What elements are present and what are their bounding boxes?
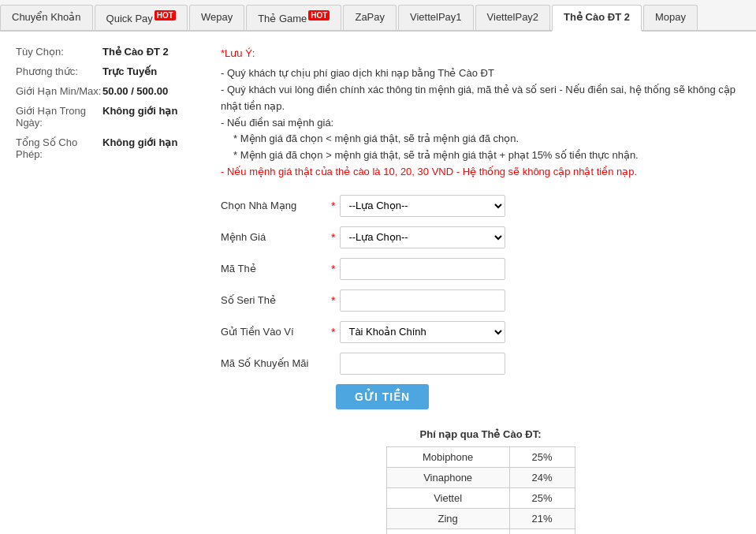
gui-tien-label: Gửi Tiền Vào Ví bbox=[221, 326, 331, 338]
note-section: *Lưu Ý: - Quý khách tự chịu phí giao dịc… bbox=[221, 46, 740, 180]
phuong-thuc-row: Phương thức: Trực Tuyến bbox=[16, 65, 197, 77]
chon-nha-mang-row: Chọn Nhà Mạng * --Lựa Chọn--ViettelMobif… bbox=[221, 195, 740, 217]
menh-gia-required: * bbox=[331, 231, 335, 244]
ma-khuyen-mai-label: Mã Số Khuyến Mãi bbox=[221, 357, 331, 369]
gioi-han-trong-label: Giới Hạn Trong Ngày: bbox=[16, 105, 102, 129]
gioi-han-minmax-row: Giới Hạn Min/Max: 50.00 / 500.00 bbox=[16, 85, 197, 97]
so-seri-input[interactable] bbox=[340, 289, 505, 312]
chon-nha-mang-required: * bbox=[331, 200, 335, 212]
gioi-han-minmax-label: Giới Hạn Min/Max: bbox=[16, 85, 102, 97]
tab-the-game[interactable]: Thẻ GameHOT bbox=[246, 5, 341, 30]
fee-table: Mobiphone25%Vinaphone24%Viettel25%Zing21… bbox=[386, 446, 575, 534]
main-content: Tùy Chọn: Thẻ Cào ĐT 2 Phương thức: Trực… bbox=[0, 32, 756, 534]
phuong-thuc-value: Trực Tuyến bbox=[102, 65, 157, 77]
gui-tien-select[interactable]: Tài Khoản ChínhTài Khoản Khuyến Mãi bbox=[340, 321, 505, 343]
menh-gia-label: Mệnh Giá bbox=[221, 231, 331, 243]
fee-percent: 22% bbox=[509, 528, 575, 534]
tab-the-cao-dt2[interactable]: Thẻ Cào ĐT 2 bbox=[552, 5, 642, 32]
form-section: Chọn Nhà Mạng * --Lựa Chọn--ViettelMobif… bbox=[221, 195, 740, 409]
gioi-han-trong-row: Giới Hạn Trong Ngày: Không giới hạn bbox=[16, 105, 197, 129]
tab-viettelpay2[interactable]: ViettelPay2 bbox=[475, 5, 551, 30]
tuy-chon-label: Tùy Chọn: bbox=[16, 46, 102, 58]
note-line3: - Nếu điền sai mệnh giá: bbox=[221, 115, 740, 132]
fee-row: Vinaphone24% bbox=[386, 467, 575, 487]
chon-nha-mang-select[interactable]: --Lựa Chọn--ViettelMobifoneVinaphoneViet… bbox=[340, 195, 505, 217]
ma-khuyen-mai-row: Mã Số Khuyến Mãi * bbox=[221, 353, 740, 375]
tabs-bar: Chuyển KhoảnQuick PayHOTWepayThẻ GameHOT… bbox=[0, 0, 756, 32]
so-seri-required: * bbox=[331, 294, 335, 307]
submit-button[interactable]: GỬI TIỀN bbox=[336, 384, 429, 409]
fee-provider: Viettel bbox=[386, 487, 509, 508]
so-seri-row: Số Seri Thẻ * bbox=[221, 289, 740, 312]
tab-viettelpay1[interactable]: ViettelPay1 bbox=[398, 5, 474, 30]
ma-the-required: * bbox=[331, 263, 335, 275]
tong-so-row: Tổng Số Cho Phép: Không giới hạn bbox=[16, 136, 197, 160]
hot-badge-quick-pay: HOT bbox=[155, 10, 176, 21]
fee-provider: Mobiphone bbox=[386, 446, 509, 467]
gui-tien-row: Gửi Tiền Vào Ví * Tài Khoản ChínhTài Kho… bbox=[221, 321, 740, 343]
fee-percent: 21% bbox=[509, 508, 575, 528]
fee-row: Vietnamobile22% bbox=[386, 528, 575, 534]
note-line3b: * Mệnh giá đã chọn > mệnh giá thật, sẽ t… bbox=[233, 148, 740, 164]
tab-wepay[interactable]: Wepay bbox=[189, 5, 244, 30]
menh-gia-row: Mệnh Giá * --Lựa Chọn--10,00020,00050,00… bbox=[221, 226, 740, 248]
tuy-chon-value: Thẻ Cào ĐT 2 bbox=[102, 46, 169, 58]
ma-the-input[interactable] bbox=[340, 258, 505, 280]
tab-quick-pay[interactable]: Quick PayHOT bbox=[95, 5, 188, 30]
left-panel: Tùy Chọn: Thẻ Cào ĐT 2 Phương thức: Trực… bbox=[16, 46, 197, 534]
fee-row: Zing21% bbox=[386, 508, 575, 528]
fee-title: Phí nạp qua Thẻ Cào ĐT: bbox=[221, 428, 740, 440]
ma-khuyen-mai-input[interactable] bbox=[340, 353, 505, 375]
tong-so-value: Không giới hạn bbox=[102, 136, 177, 148]
note-line4: - Nếu mệnh giá thật của thẻ cào là 10, 2… bbox=[221, 164, 740, 181]
phuong-thuc-label: Phương thức: bbox=[16, 65, 102, 77]
chon-nha-mang-label: Chọn Nhà Mạng bbox=[221, 200, 331, 211]
note-line3a: * Mệnh giá đã chọn < mệnh giá thật, sẽ t… bbox=[233, 131, 740, 148]
note-title: *Lưu Ý: bbox=[221, 46, 740, 62]
fee-percent: 25% bbox=[509, 487, 575, 508]
gioi-han-trong-value: Không giới hạn bbox=[102, 105, 177, 117]
fee-row: Mobiphone25% bbox=[386, 446, 575, 467]
ma-the-label: Mã Thẻ bbox=[221, 263, 331, 274]
tab-zapay[interactable]: ZaPay bbox=[343, 5, 397, 30]
so-seri-label: Số Seri Thẻ bbox=[221, 294, 331, 306]
fee-row: Viettel25% bbox=[386, 487, 575, 508]
fee-section: Phí nạp qua Thẻ Cào ĐT: Mobiphone25%Vina… bbox=[221, 428, 740, 534]
fee-percent: 24% bbox=[509, 467, 575, 487]
fee-provider: Zing bbox=[386, 508, 509, 528]
ma-the-row: Mã Thẻ * bbox=[221, 258, 740, 280]
note-line1: - Quý khách tự chịu phí giao dịch khi nạ… bbox=[221, 65, 740, 82]
right-panel: *Lưu Ý: - Quý khách tự chịu phí giao dịc… bbox=[221, 46, 740, 534]
fee-percent: 25% bbox=[509, 446, 575, 467]
fee-provider: Vietnamobile bbox=[386, 528, 509, 534]
hot-badge-the-game: HOT bbox=[308, 10, 330, 21]
gui-tien-required: * bbox=[331, 326, 335, 338]
tab-chuyen-khoan[interactable]: Chuyển Khoản bbox=[0, 5, 93, 30]
tuy-chon-row: Tùy Chọn: Thẻ Cào ĐT 2 bbox=[16, 46, 197, 58]
gioi-han-minmax-value: 50.00 / 500.00 bbox=[102, 85, 168, 97]
note-line2: - Quý khách vui lòng điền chính xác thôn… bbox=[221, 82, 740, 115]
menh-gia-select[interactable]: --Lựa Chọn--10,00020,00050,000100,000200… bbox=[340, 226, 505, 248]
submit-row: GỬI TIỀN bbox=[221, 384, 740, 409]
tab-mopay[interactable]: Mopay bbox=[643, 5, 698, 30]
fee-provider: Vinaphone bbox=[386, 467, 509, 487]
tong-so-label: Tổng Số Cho Phép: bbox=[16, 136, 102, 160]
